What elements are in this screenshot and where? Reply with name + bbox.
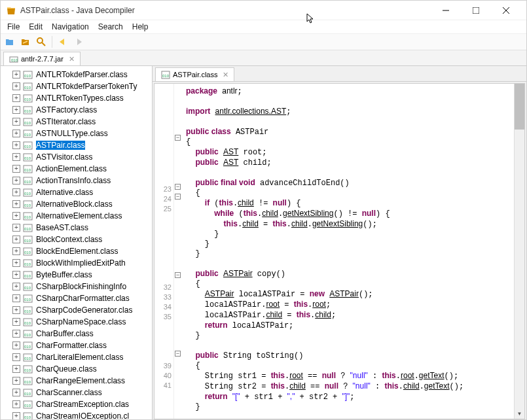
tree-panel[interactable]: +010ANTLRTokdefParser.class+010ANTLRTokd… [1, 66, 153, 420]
class-file-icon: 010 [23, 364, 33, 374]
fold-toggle[interactable]: − [175, 135, 181, 141]
fold-toggle[interactable]: − [175, 194, 181, 200]
search-button[interactable] [35, 35, 48, 48]
tree-item[interactable]: +010ActionElement.class [2, 163, 151, 175]
expander-icon[interactable]: + [12, 353, 20, 361]
nav-back-button[interactable] [56, 35, 69, 48]
close-icon[interactable]: ✕ [69, 55, 75, 63]
expander-icon[interactable]: + [12, 330, 20, 338]
expander-icon[interactable]: + [12, 118, 20, 126]
fold-toggle[interactable]: − [175, 351, 181, 357]
svg-text:010: 010 [24, 121, 31, 125]
expander-icon[interactable]: + [12, 71, 20, 79]
menu-help[interactable]: Help [128, 21, 153, 33]
expander-icon[interactable]: + [12, 165, 20, 173]
tree-item[interactable]: +010ASTPair.class [2, 139, 151, 151]
expander-icon[interactable]: + [12, 94, 20, 102]
tree-item[interactable]: +010CharFormatter.class [2, 340, 151, 351]
tree-item[interactable]: +010BlockContext.class [2, 234, 151, 245]
tree-item[interactable]: +010ASTNULLType.class [2, 128, 151, 139]
open-file-button[interactable] [3, 35, 16, 48]
svg-text:010: 010 [24, 345, 31, 349]
editor-tab-label: ASTPair.class [173, 71, 217, 79]
expander-icon[interactable]: + [12, 130, 20, 137]
class-file-icon: 010 [23, 306, 33, 315]
expander-icon[interactable]: + [12, 283, 20, 290]
close-button[interactable] [491, 1, 521, 20]
nav-forward-button[interactable] [72, 35, 85, 48]
editor-tab[interactable]: 010 ASTPair.class ✕ [155, 67, 234, 81]
expander-icon[interactable]: + [12, 200, 20, 208]
tree-item[interactable]: +010CSharpCharFormatter.clas [2, 292, 151, 304]
expander-icon[interactable]: + [12, 247, 20, 255]
minimize-button[interactable] [431, 1, 461, 20]
menu-search[interactable]: Search [94, 21, 127, 33]
fold-toggle[interactable]: − [175, 184, 181, 190]
svg-text:010: 010 [24, 321, 31, 325]
save-button[interactable] [19, 35, 32, 48]
tree-item[interactable]: +010ASTIterator.class [2, 116, 151, 128]
class-file-icon: 010 [23, 141, 33, 150]
expander-icon[interactable]: + [12, 318, 20, 326]
expander-icon[interactable]: + [12, 400, 20, 408]
expander-icon[interactable]: + [12, 212, 20, 220]
tree-item[interactable]: +010ASTVisitor.class [2, 151, 151, 163]
tree-item[interactable]: +010CharBuffer.class [2, 328, 151, 340]
class-file-icon: 010 [23, 317, 33, 326]
tree-item[interactable]: +010ANTLRTokenTypes.class [2, 92, 151, 104]
svg-text:010: 010 [24, 309, 31, 313]
tree-item[interactable]: +010CharScanner.class [2, 387, 151, 398]
tree-item-label: ANTLRTokenTypes.class [36, 94, 124, 103]
expander-icon[interactable]: + [12, 306, 20, 314]
tree-item[interactable]: +010ByteBuffer.class [2, 269, 151, 281]
class-file-icon: 010 [23, 235, 33, 244]
expander-icon[interactable]: + [12, 236, 20, 243]
tree-item[interactable]: +010AlternativeBlock.class [2, 198, 151, 210]
expander-icon[interactable]: + [12, 177, 20, 184]
tree-item[interactable]: +010BlockWithImpliedExitPath [2, 257, 151, 269]
tree-item[interactable]: +010AlternativeElement.class [2, 210, 151, 222]
code-text[interactable]: package antlr; import antlr.collections.… [182, 84, 514, 419]
tree-item[interactable]: +010ANTLRTokdefParserTokenTy [2, 80, 151, 92]
tree-item[interactable]: +010Alternative.class [2, 186, 151, 198]
tree-item[interactable]: +010CharRangeElement.class [2, 375, 151, 387]
menu-edit[interactable]: Edit [25, 21, 46, 33]
expander-icon[interactable]: + [12, 153, 20, 161]
tree-item[interactable]: +010CharStreamIOException.cl [2, 410, 151, 420]
expander-icon[interactable]: + [12, 259, 20, 267]
tree-item[interactable]: +010CharStreamException.clas [2, 398, 151, 410]
close-icon[interactable]: ✕ [223, 71, 228, 79]
tree-item[interactable]: +010CSharpBlockFinishingInfo [2, 281, 151, 292]
expander-icon[interactable]: + [12, 294, 20, 302]
expander-icon[interactable]: + [12, 82, 20, 90]
expander-icon[interactable]: + [12, 106, 20, 114]
class-file-icon: 010 [23, 411, 33, 420]
tree-item[interactable]: +010ASTFactory.class [2, 104, 151, 116]
tree-item[interactable]: +010CSharpNameSpace.class [2, 316, 151, 328]
tree-item[interactable]: +010CharQueue.class [2, 363, 151, 375]
expander-icon[interactable]: + [12, 365, 20, 373]
expander-icon[interactable]: + [12, 341, 20, 349]
scroll-thumb[interactable] [515, 84, 524, 130]
jar-tab[interactable]: 010 antlr-2.7.7.jar ✕ [3, 52, 81, 65]
expander-icon[interactable]: + [12, 271, 20, 279]
tree-item[interactable]: +010ANTLRTokdefParser.class [2, 69, 151, 80]
expander-icon[interactable]: + [12, 377, 20, 385]
tree-item[interactable]: +010ActionTransInfo.class [2, 175, 151, 186]
svg-rect-1 [473, 7, 479, 14]
expander-icon[interactable]: + [12, 224, 20, 232]
vertical-scrollbar[interactable]: ▲ ▼ [514, 84, 524, 419]
expander-icon[interactable]: + [12, 412, 20, 420]
maximize-button[interactable] [461, 1, 491, 20]
menu-navigation[interactable]: Navigation [48, 21, 93, 33]
tree-item[interactable]: +010BlockEndElement.class [2, 245, 151, 257]
expander-icon[interactable]: + [12, 188, 20, 196]
fold-toggle[interactable]: − [175, 272, 181, 278]
expander-icon[interactable]: + [12, 389, 20, 396]
tree-item[interactable]: +010CSharpCodeGenerator.clas [2, 304, 151, 316]
menu-file[interactable]: File [3, 21, 24, 33]
tree-item[interactable]: +010CharLiteralElement.class [2, 351, 151, 363]
tree-item[interactable]: +010BaseAST.class [2, 222, 151, 234]
expander-icon[interactable]: + [12, 141, 20, 149]
scroll-down-icon[interactable]: ▼ [515, 408, 524, 419]
